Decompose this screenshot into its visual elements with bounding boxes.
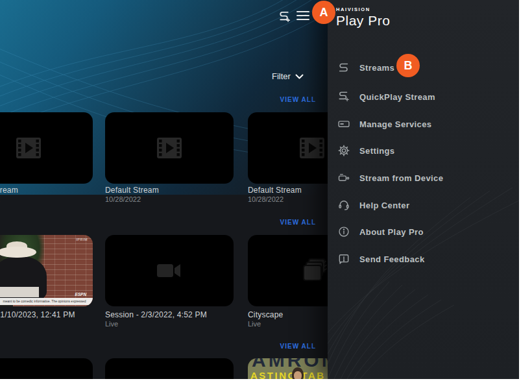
documentation-page: Filter VIEW ALL VIEW ALL VIEW ALL xyxy=(0,0,532,392)
live-badge: Live xyxy=(105,320,248,328)
session-title: Session - 1/10/2023, 12:41 PM xyxy=(0,310,107,319)
film-play-icon xyxy=(299,137,325,159)
haivision-play-pro-logo: HAIVISION Play Pro xyxy=(336,6,390,29)
menu-item-label: About Play Pro xyxy=(359,227,424,237)
send-feedback-icon xyxy=(337,252,350,265)
info-icon xyxy=(337,225,350,238)
stream-from-device-icon xyxy=(337,171,350,184)
streams-icon xyxy=(337,61,350,74)
session-thumbnail-video[interactable]: IPRIM ESPN meant to be comedic informati… xyxy=(0,235,93,306)
stream-date: 10/28/2022 xyxy=(0,195,107,203)
view-all-link-sessions[interactable]: VIEW ALL xyxy=(260,219,316,226)
menu-item-stream-from-device[interactable]: Stream from Device xyxy=(328,169,519,186)
session-thumbnail[interactable] xyxy=(105,235,234,306)
view-all-link-recordings[interactable]: VIEW ALL xyxy=(260,96,316,103)
menu-item-settings[interactable]: Settings xyxy=(328,142,519,159)
annotation-marker-b: B xyxy=(396,54,420,77)
menu-item-label: Manage Services xyxy=(359,119,432,129)
menu-item-help-center[interactable]: Help Center xyxy=(328,197,519,214)
menu-item-manage-services[interactable]: Manage Services xyxy=(328,116,519,132)
annotation-marker-a: A xyxy=(312,1,335,24)
filter-label: Filter xyxy=(272,71,291,81)
view-all-link-more[interactable]: VIEW ALL xyxy=(260,343,316,350)
stream-thumbnail[interactable] xyxy=(105,112,234,184)
video-caption: meant to be comedic informative. The opi… xyxy=(0,298,93,305)
quickplay-stream-icon[interactable] xyxy=(278,10,291,26)
video-camera-icon xyxy=(157,263,182,278)
settings-gear-icon xyxy=(337,144,350,157)
menu-item-label: Streams xyxy=(359,63,394,73)
brand-name-small: HAIVISION xyxy=(336,6,390,12)
channel-logo: ESPN xyxy=(75,292,86,297)
video-still: IPRIM ESPN meant to be comedic informati… xyxy=(0,235,93,306)
menu-item-streams[interactable]: Streams xyxy=(328,59,519,76)
quickplay-stream-icon xyxy=(337,90,350,103)
stream-thumbnail[interactable] xyxy=(0,112,93,184)
stream-title: Default Stream xyxy=(105,186,248,195)
menu-item-label: QuickPlay Stream xyxy=(359,92,435,102)
film-play-icon xyxy=(16,137,42,159)
watermark-text: IPRIM xyxy=(76,238,88,241)
brand-name-large: Play Pro xyxy=(336,13,390,29)
film-play-icon xyxy=(156,137,182,159)
menu-item-send-feedback[interactable]: Send Feedback xyxy=(328,251,519,267)
play-pro-app-window: Filter VIEW ALL VIEW ALL VIEW ALL xyxy=(0,0,519,379)
menu-item-label: Stream from Device xyxy=(359,173,443,183)
promo-subhead-text: ASTING TAB xyxy=(250,370,326,379)
manage-services-icon xyxy=(337,117,350,130)
chevron-down-icon xyxy=(295,74,304,79)
menu-item-quickplay-stream[interactable]: QuickPlay Stream xyxy=(328,88,519,105)
menu-item-about-play-pro[interactable]: About Play Pro xyxy=(328,223,519,240)
stream-thumbnail[interactable] xyxy=(105,358,234,379)
menu-item-label: Help Center xyxy=(359,201,409,210)
stream-thumbnail[interactable] xyxy=(0,358,93,379)
slideout-menu-panel: HAIVISION Play Pro Streams QuickPlay Str… xyxy=(328,0,519,379)
menu-item-label: Send Feedback xyxy=(359,254,425,264)
stacked-frames-icon xyxy=(297,258,327,283)
stream-title: Default Stream xyxy=(0,186,107,195)
help-center-icon xyxy=(337,199,350,212)
filter-dropdown[interactable]: Filter xyxy=(272,71,304,81)
menu-item-label: Settings xyxy=(359,146,394,156)
session-title: Session - 2/3/2022, 4:52 PM xyxy=(105,310,248,319)
stream-date: 10/28/2022 xyxy=(105,195,248,203)
hamburger-menu-icon[interactable] xyxy=(296,11,309,21)
